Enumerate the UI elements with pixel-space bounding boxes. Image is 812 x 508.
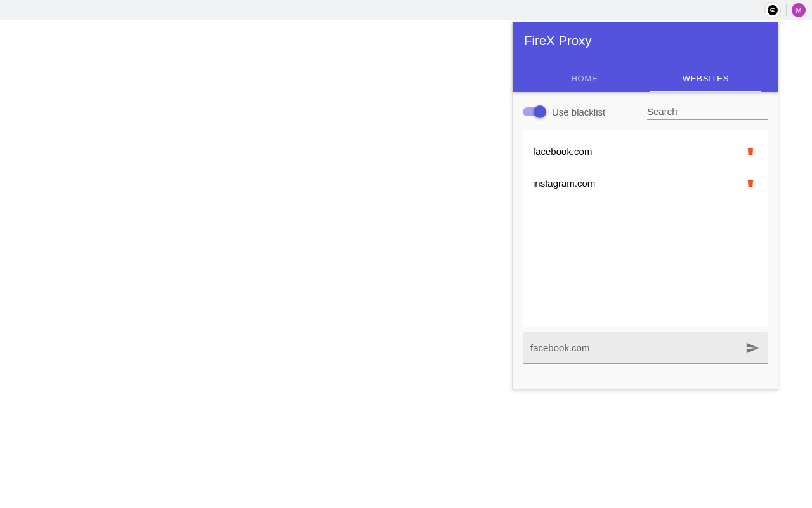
popup-footer-padding [513,375,778,389]
controls-row: Use blacklist [523,104,768,120]
popup-body: Use blacklist facebook.com instagram.com [513,92,778,375]
trash-icon [745,145,756,157]
search-wrap [647,104,768,120]
extension-popup: FireX Proxy HOME WEBSITES Use blacklist … [512,22,778,390]
trash-icon [745,177,756,189]
blacklist-toggle[interactable] [523,107,544,116]
send-icon [745,341,759,355]
website-list: facebook.com instagram.com [523,130,768,327]
svg-rect-1 [771,10,773,11]
list-item: instagram.com [523,167,768,199]
extension-icon [768,5,778,15]
delete-button[interactable] [743,176,757,190]
list-item: facebook.com [523,135,768,167]
tab-websites[interactable]: WEBSITES [645,65,766,92]
list-item-domain: instagram.com [533,178,595,189]
toolbar-divider [786,4,787,16]
add-website-row [523,332,768,364]
blacklist-toggle-label: Use blacklist [552,107,605,117]
profile-avatar[interactable]: M [792,3,806,17]
popup-title: FireX Proxy [524,34,766,48]
search-input[interactable] [647,104,768,120]
browser-toolbar: M [0,0,812,20]
tab-home[interactable]: HOME [524,65,645,92]
toggle-knob [534,105,546,118]
list-item-domain: facebook.com [533,146,592,157]
popup-tabs: HOME WEBSITES [524,65,766,92]
delete-button[interactable] [743,144,757,158]
add-website-input[interactable] [530,342,743,353]
extension-button[interactable] [764,2,781,18]
add-website-button[interactable] [743,339,761,357]
popup-header: FireX Proxy HOME WEBSITES [513,22,778,92]
